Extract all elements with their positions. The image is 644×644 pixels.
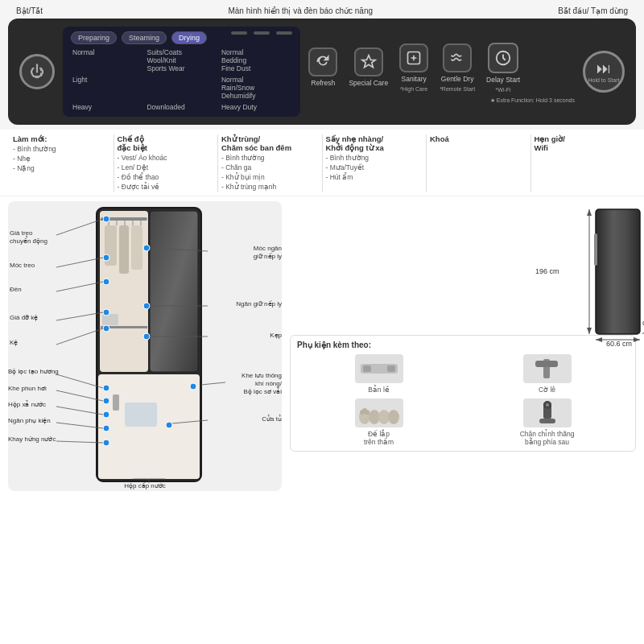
accessory-chan-chinh: Chân chỉnh thăngbằng phía sau [465, 398, 629, 446]
mode-rain: NormalRain/SnowDehumidify [220, 75, 292, 101]
ban-le-image [355, 354, 403, 383]
display-top: Preparing Steaming Drying [71, 31, 292, 44]
label-khay-hung: Khay hứng nước [8, 436, 56, 443]
stage-preparing[interactable]: Preparing [71, 31, 117, 44]
desc-refresh-title: Làm mới: [13, 134, 110, 143]
func-sanitary[interactable]: Sanitary *High Care [399, 43, 428, 91]
mode-light: Light [71, 75, 143, 101]
svg-marker-56 [587, 328, 592, 334]
delay-start-sublabel: *Wi-Fi [496, 87, 511, 93]
label-ngan-giu: Ngăn giữ nếp ly [236, 300, 282, 308]
mode-suits: Suits/CoatsWool/KnitSports Wear [145, 47, 217, 73]
indicator-2 [254, 31, 270, 35]
mode-normal: Normal [71, 47, 143, 73]
sanitary-label: Sanitary [402, 75, 427, 83]
func-special-care[interactable]: Special Care [349, 47, 388, 87]
stage-steaming[interactable]: Steaming [122, 31, 167, 44]
svg-marker-59 [634, 337, 640, 342]
diagram-container: Giá treochuyển động Móc treo Đèn Giá đỡ … [8, 201, 282, 491]
svg-rect-66 [363, 365, 371, 372]
svg-point-33 [190, 383, 196, 390]
display-area: Preparing Steaming Drying Normal Suits/C… [63, 27, 300, 117]
gentle-dry-label: Gentle Dry [441, 75, 474, 83]
desc-wifi-title: Hẹn giờ/Wifi [535, 134, 632, 152]
svg-point-25 [103, 385, 109, 391]
svg-text:60.6 cm: 60.6 cm [606, 340, 632, 346]
label-den: Đèn [10, 286, 22, 293]
power-button[interactable] [19, 54, 55, 89]
refresh-label: Refresh [312, 79, 336, 87]
svg-point-30 [143, 245, 150, 251]
label-gia-do-ke: Giá đỡ kệ [10, 314, 38, 321]
chan-chinh-image [523, 398, 572, 427]
svg-rect-80 [539, 419, 555, 423]
accessories-grid: Bản lề Cờ lê [297, 354, 629, 446]
label-moc-ngan: Móc ngăngiữ nếp ly [254, 245, 282, 262]
start-button[interactable]: ⏭ Hold to Start [583, 51, 625, 93]
func-gentle-dry[interactable]: Gentle Dry *Remote Start [440, 43, 475, 91]
svg-point-73 [388, 410, 399, 424]
svg-point-71 [369, 410, 380, 424]
man-hinh-label: Màn hình hiển thị và đèn báo chức năng [228, 6, 373, 15]
func-refresh[interactable]: Refresh [308, 47, 337, 87]
svg-marker-58 [596, 337, 602, 342]
desc-gentle-text: - Bình thường- Mưa/Tuyết- Hút ẩm [326, 154, 423, 183]
extra-function-label: ★ Extra Function: Hold 3 seconds [308, 97, 575, 104]
sanitary-icon [399, 43, 428, 72]
top-labels: Bật/Tắt Màn hình hiển thị và đèn báo chứ… [8, 6, 636, 15]
svg-point-32 [143, 333, 150, 340]
hold-to-start-label: Hold to Start [588, 77, 620, 83]
dimensions-panel: 196 cm 60.6 cm 60 cm [290, 201, 636, 330]
bottom-section: Giá treochuyển động Móc treo Đèn Giá đỡ … [0, 196, 644, 496]
desc-gentle-title: Sấy nhẹ nhàng/Khởi động từ xa [326, 134, 423, 152]
svg-rect-52 [596, 209, 640, 334]
delay-start-icon [488, 43, 518, 73]
svg-point-76 [365, 410, 369, 415]
chan-chinh-label: Chân chỉnh thăngbằng phía sau [520, 430, 575, 446]
display-indicator [231, 31, 292, 44]
label-bo-loc: Bộ lọc tạo hương [8, 368, 59, 375]
label-khe-luu: Khe lưu thôngkhí nóng/Bộ lọc sơ vải [242, 372, 282, 397]
accessory-ban-le: Bản lề [297, 354, 460, 394]
svg-rect-18 [113, 394, 119, 411]
desc-lock-title: Khoá [430, 134, 527, 143]
label-khe-phun: Khe phun hơi [8, 385, 47, 392]
func-delay-start[interactable]: Delay Start *Wi-Fi [486, 43, 520, 92]
svg-rect-67 [387, 365, 395, 372]
de-lap-image [355, 398, 403, 427]
accessory-de-lap: Đế lắptrên thầm [297, 398, 460, 446]
svg-point-79 [546, 403, 549, 407]
indicator-3 [276, 31, 292, 35]
label-moc-treo: Móc treo [10, 262, 35, 269]
label-cua-tu: Cửa tủ [262, 415, 282, 423]
desc-sanitary: Khử trùng/Chăm sóc ban đêm - Bình thường… [218, 134, 323, 192]
svg-text:196 cm: 196 cm [535, 267, 559, 275]
diagram-image: Giá treochuyển động Móc treo Đèn Giá đỡ … [8, 201, 282, 491]
svg-point-72 [378, 410, 390, 424]
stage-drying[interactable]: Drying [171, 31, 207, 44]
refresh-icon [308, 47, 337, 76]
control-panel: Preparing Steaming Drying Normal Suits/C… [8, 19, 636, 125]
svg-point-20 [103, 216, 109, 222]
mode-heavy: Heavy [71, 102, 143, 112]
label-kep: Kẹp [270, 332, 282, 339]
svg-point-23 [103, 309, 109, 316]
svg-point-21 [103, 254, 109, 261]
bat-dau-label: Bắt đầu/ Tạm dừng [558, 6, 628, 15]
svg-point-22 [103, 279, 109, 285]
co-le-image [523, 354, 572, 383]
dimension-diagram: 196 cm 60.6 cm 60 cm [531, 201, 636, 330]
svg-rect-53 [594, 233, 597, 266]
label-ke: Kệ [10, 339, 18, 346]
svg-point-34 [166, 422, 172, 428]
svg-rect-16 [102, 314, 118, 325]
gentle-dry-sublabel: *Remote Start [440, 86, 475, 92]
special-care-icon [354, 47, 383, 76]
label-gia-treo: Giá treochuyển động [10, 229, 47, 246]
start-icon: ⏭ [597, 60, 611, 77]
svg-point-29 [103, 440, 109, 446]
desc-special: Chế độđặc biệt - Vest/ Áo khoác- Len/ Dệ… [114, 134, 219, 192]
func-desc-section: Làm mới: - Bình thường- Nhẹ- Nặng Chế độ… [0, 130, 644, 196]
display-modes: Normal Suits/CoatsWool/KnitSports Wear N… [71, 47, 292, 112]
label-hop-cap-nuoc: Hộp cấp nước [124, 482, 166, 489]
